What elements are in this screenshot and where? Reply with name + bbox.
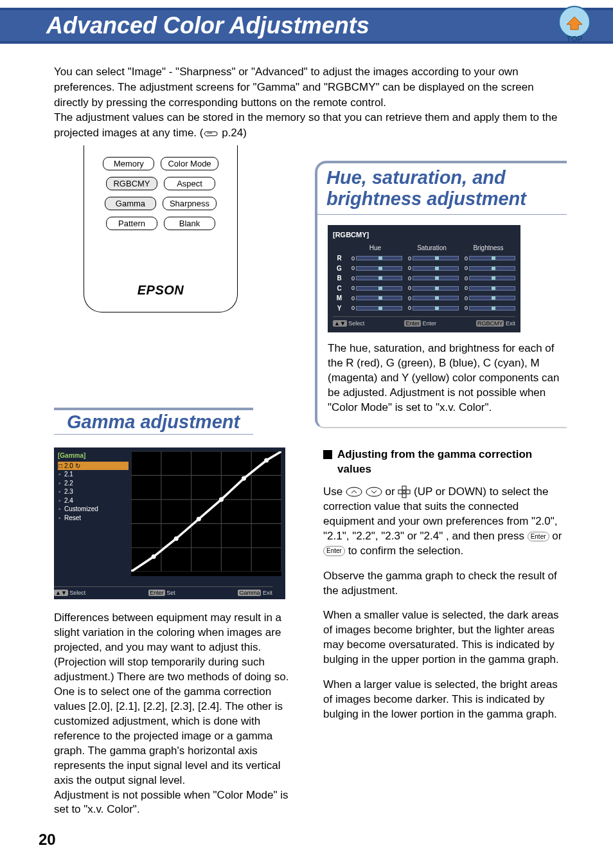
pattern-button: Pattern [106,217,157,230]
up-oval-icon [346,485,362,500]
svg-point-18 [197,517,201,521]
enter-button-icon: Enter [323,546,345,556]
svg-point-16 [152,554,156,559]
osd-slider [356,256,402,260]
gamma-title: Gamma adjustment [67,411,240,432]
svg-point-22 [346,487,362,496]
osd-row: R000 [333,254,515,263]
rgbcmy-button: RGBCMY [106,177,157,190]
hsb-title-bar: Hue, saturation, and brightness adjustme… [315,161,567,215]
svg-point-17 [174,536,179,541]
intro-p2a: The adjustment values can be stored in t… [54,111,557,139]
osd-row: C000 [333,284,515,293]
gamma-left-body: Differences between equipment may result… [54,611,298,788]
gamma-right-col: Adjusting from the gamma correction valu… [323,448,567,817]
osd-row: Y000 [333,304,515,313]
gamma-osd: [Gamma] 2.0 2.1 2.2 2.3 2.4 Customized R… [54,448,285,599]
osd-header: Hue Saturation Brightness [333,244,515,253]
gamma-item-sel: 2.0 [58,462,129,471]
col-hue: Hue [348,244,402,253]
dpad-icon [398,485,411,500]
memory-button: Memory [103,157,154,170]
gamma-osd-footer: ▲▼ Select Enter Set Gamma Exit [54,586,272,597]
osd-row: M000 [333,294,515,303]
gamma-r-p1: Use or (UP or DOWN) to select the correc… [323,485,567,559]
gamma-r-p4: When a larger value is selected, the bri… [323,678,567,722]
content-area: You can select "Image" - "Sharpness" or … [54,64,567,141]
gamma-graph [131,451,281,576]
aspect-button: Aspect [164,177,215,190]
remote-outline: Memory Color Mode RGBCMY Aspect Gamma Sh… [84,145,238,312]
rgbcmy-osd: [RGBCMY] Hue Saturation Brightness R000 … [328,225,520,332]
osd-row: B000 [333,274,515,283]
gamma-button: Gamma [105,197,156,210]
gamma-item: 2.3 [58,487,129,496]
gamma-title-bar: Gamma adjustment [54,408,253,435]
svg-point-23 [366,487,382,496]
epson-logo: EPSON [138,283,184,298]
intro-p2: The adjustment values can be stored in t… [54,110,567,141]
gamma-r-p2: Observe the gamma graph to check the res… [323,569,567,599]
gamma-osd-title: [Gamma] [58,451,129,460]
hsb-body: [RGBCMY] Hue Saturation Brightness R000 … [315,215,567,428]
page-title: Advanced Color Adjustments [46,12,369,39]
header-bar: Advanced Color Adjustments [0,8,613,44]
remote-illustration: Memory Color Mode RGBCMY Aspect Gamma Sh… [84,145,238,312]
colormode-button: Color Mode [161,157,218,170]
blank-button: Blank [164,217,215,230]
intro-p2b: p.24) [218,127,246,139]
gamma-subhead-text: Adjusting from the gamma correction valu… [337,448,567,477]
square-bullet-icon [323,450,332,459]
svg-point-20 [242,476,246,481]
hand-ref-icon [203,126,218,141]
page-number: 20 [39,831,56,849]
hsb-section: Hue, saturation, and brightness adjustme… [315,161,567,428]
sharpness-button: Sharpness [163,197,217,210]
gamma-item: 2.2 [58,479,129,488]
enter-button-icon: Enter [528,532,549,542]
hsb-body-text: The hue, saturation, and brightness for … [328,342,559,413]
gamma-item: Customized [58,505,129,514]
svg-text:TOP: TOP [567,35,582,44]
osd-row: G000 [333,264,515,273]
svg-point-19 [219,497,224,502]
gamma-left-body2: Adjustment is not possible when "Color M… [54,788,298,818]
hsb-title: Hue, saturation, and brightness adjustme… [326,167,564,210]
down-oval-icon [366,485,382,500]
gamma-item: 2.4 [58,496,129,505]
gamma-item: 2.1 [58,470,129,479]
gamma-r-p3: When a smaller value is selected, the da… [323,608,567,667]
col-bri: Brightness [461,244,515,253]
col-sat: Saturation [405,244,459,253]
intro-p1: You can select "Image" - "Sharpness" or … [54,64,567,110]
svg-point-26 [403,491,405,493]
gamma-subhead: Adjusting from the gamma correction valu… [323,448,567,477]
osd-footer: ▲▼ Select Enter Enter RGBCMY Exit [333,316,515,327]
gamma-section: Gamma adjustment [Gamma] 2.0 2.1 2.2 2.3… [54,408,567,817]
gamma-item: Reset [58,514,129,523]
rgbcmy-osd-title: [RGBCMY] [333,230,515,240]
top-icon[interactable]: TOP [555,5,594,44]
svg-point-21 [264,458,269,463]
gamma-left-col: [Gamma] 2.0 2.1 2.2 2.3 2.4 Customized R… [54,448,298,817]
